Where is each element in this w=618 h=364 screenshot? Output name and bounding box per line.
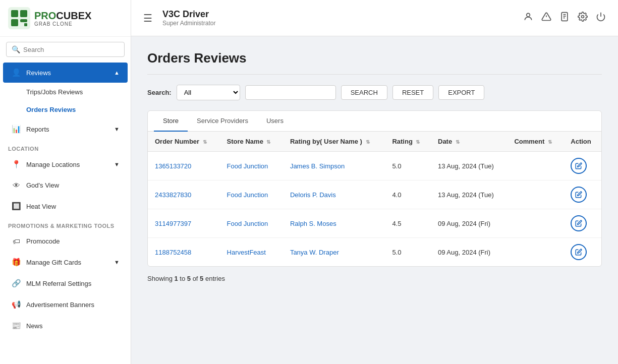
cell-rating-2: 4.5 xyxy=(385,209,431,238)
heat-view-icon: 🔲 xyxy=(11,202,21,211)
cell-action-1 xyxy=(564,180,601,209)
cell-store-name-0: Food Junction xyxy=(220,152,283,180)
settings-icon[interactable] xyxy=(578,12,588,24)
sidebar-item-label-locations: Manage Locations xyxy=(26,161,80,168)
edit-button-2[interactable] xyxy=(571,215,587,231)
store-link-3[interactable]: HarvestFeast xyxy=(227,249,266,256)
sidebar-item-reports[interactable]: 📊 Reports ▼ xyxy=(3,119,128,139)
sort-icon-store[interactable]: ⇅ xyxy=(266,139,270,145)
sidebar-item-label-news: News xyxy=(26,322,43,330)
pagination-info: Showing 1 to 5 of 5 entries xyxy=(147,275,602,282)
svg-point-6 xyxy=(527,13,530,17)
cell-date-3: 09 Aug, 2024 (Fri) xyxy=(431,238,507,267)
sidebar-item-news[interactable]: 📰 News xyxy=(3,316,128,336)
sidebar-item-heat-view[interactable]: 🔲 Heat View xyxy=(3,196,128,216)
sidebar-item-gods-view[interactable]: 👁 God's View xyxy=(3,175,128,195)
store-link-2[interactable]: Food Junction xyxy=(227,220,268,227)
content-area: Orders Reviews Search: All Order Number … xyxy=(131,36,618,364)
sidebar-subitem-label-orders: Orders Reviews xyxy=(26,106,76,113)
reset-button[interactable]: RESET xyxy=(392,85,433,100)
search-button[interactable]: SEARCH xyxy=(341,85,387,100)
location-section-label: LOCATION xyxy=(0,140,131,154)
sidebar-item-label-heat-view: Heat View xyxy=(26,203,56,210)
sidebar-item-label-reviews: Reviews xyxy=(26,69,51,77)
sidebar-item-mlm-referral[interactable]: 🔗 MLM Referral Settings xyxy=(3,273,128,293)
sidebar-item-promocode[interactable]: 🏷 Promocode xyxy=(3,231,128,251)
sort-icon-comment[interactable]: ⇅ xyxy=(548,139,552,145)
sidebar-item-manage-locations[interactable]: 📍 Manage Locations ▼ xyxy=(3,154,128,174)
cell-date-0: 13 Aug, 2024 (Tue) xyxy=(431,152,507,180)
user-link-3[interactable]: Tanya W. Draper xyxy=(290,249,339,256)
gods-view-icon: 👁 xyxy=(11,181,21,190)
sort-icon-rating[interactable]: ⇅ xyxy=(416,139,420,145)
search-bar: Search: All Order Number Store Name User… xyxy=(147,85,602,100)
sidebar-search-container[interactable]: 🔍 xyxy=(6,42,125,57)
svg-rect-2 xyxy=(20,10,27,17)
tab-service-providers[interactable]: Service Providers xyxy=(188,111,257,132)
order-link-3[interactable]: 1188752458 xyxy=(155,249,191,256)
svg-rect-1 xyxy=(11,10,18,17)
order-link-0[interactable]: 1365133720 xyxy=(155,162,191,170)
pagination-to: 5 xyxy=(187,275,191,282)
reviews-table: Order Number ⇅ Store Name ⇅ Rating by( U… xyxy=(148,132,601,266)
reports-icon: 📊 xyxy=(11,125,21,134)
sort-icon-date[interactable]: ⇅ xyxy=(456,139,460,145)
cell-comment-2 xyxy=(507,209,564,238)
order-link-2[interactable]: 3114977397 xyxy=(155,220,191,227)
sidebar-subitem-trips-reviews[interactable]: Trips/Jobs Reviews xyxy=(3,84,128,100)
sidebar-item-label-ad: Advertisement Banners xyxy=(26,301,94,309)
cell-date-2: 09 Aug, 2024 (Fri) xyxy=(431,209,507,238)
table-head: Order Number ⇅ Store Name ⇅ Rating by( U… xyxy=(148,132,601,152)
document-icon[interactable] xyxy=(559,12,570,24)
sidebar-item-label-gift-cards: Manage Gift Cards xyxy=(26,259,81,266)
user-icon[interactable] xyxy=(523,12,533,24)
user-link-2[interactable]: Ralph S. Moses xyxy=(290,220,336,227)
store-link-1[interactable]: Food Junction xyxy=(227,191,268,199)
export-button[interactable]: EXPORT xyxy=(438,85,484,100)
app-name: V3C Driver xyxy=(162,9,517,20)
col-action: Action xyxy=(564,132,601,152)
power-icon[interactable] xyxy=(596,12,606,24)
cell-rating-by-0: James B. Simpson xyxy=(283,152,385,180)
user-link-0[interactable]: James B. Simpson xyxy=(290,162,345,170)
user-link-1[interactable]: Deloris P. Davis xyxy=(290,191,336,199)
col-order-number: Order Number ⇅ xyxy=(148,132,220,152)
sidebar-item-advertisement[interactable]: 📢 Advertisement Banners xyxy=(3,294,128,315)
tab-store[interactable]: Store xyxy=(154,111,188,132)
table-row: 1188752458 HarvestFeast Tanya W. Draper … xyxy=(148,238,601,267)
mlm-icon: 🔗 xyxy=(11,279,21,288)
tabs-container: Store Service Providers Users xyxy=(148,111,601,132)
edit-button-3[interactable] xyxy=(571,244,587,260)
cell-rating-by-1: Deloris P. Davis xyxy=(283,180,385,209)
cell-comment-1 xyxy=(507,180,564,209)
alert-icon[interactable] xyxy=(541,12,551,24)
cell-store-name-2: Food Junction xyxy=(220,209,283,238)
gift-cards-icon: 🎁 xyxy=(11,258,21,267)
cell-action-0 xyxy=(564,152,601,180)
sort-icon-order[interactable]: ⇅ xyxy=(203,139,207,145)
pagination-from: 1 xyxy=(174,275,178,282)
hamburger-button[interactable]: ☰ xyxy=(143,12,152,24)
reviews-icon: 👤 xyxy=(11,68,21,77)
order-link-1[interactable]: 2433827830 xyxy=(155,191,191,199)
search-text-input[interactable] xyxy=(245,85,336,100)
col-rating-by: Rating by( User Name ) ⇅ xyxy=(283,132,385,152)
edit-button-1[interactable] xyxy=(571,187,587,203)
sidebar: PROCUBEX GRAB CLONE 🔍 👤 Reviews ▲ Trips/… xyxy=(0,0,131,364)
sidebar-item-reviews[interactable]: 👤 Reviews ▲ xyxy=(3,63,128,83)
col-store-name: Store Name ⇅ xyxy=(220,132,283,152)
sort-icon-rating-by[interactable]: ⇅ xyxy=(366,139,370,145)
edit-button-0[interactable] xyxy=(571,158,587,174)
search-input[interactable] xyxy=(23,46,119,53)
sidebar-subitem-orders-reviews[interactable]: Orders Reviews xyxy=(3,101,128,118)
search-filter-select[interactable]: All Order Number Store Name User Name xyxy=(177,85,240,100)
chevron-down-icon: ▼ xyxy=(114,126,120,132)
store-link-0[interactable]: Food Junction xyxy=(227,162,268,170)
cell-date-1: 13 Aug, 2024 (Tue) xyxy=(431,180,507,209)
sidebar-item-manage-gift-cards[interactable]: 🎁 Manage Gift Cards ▼ xyxy=(3,252,128,272)
logo-area: PROCUBEX GRAB CLONE xyxy=(0,0,131,37)
tab-users[interactable]: Users xyxy=(257,111,293,132)
cell-order-number-1: 2433827830 xyxy=(148,180,220,209)
chevron-down-icon-gifts: ▼ xyxy=(114,259,120,265)
logo-text: PROCUBEX GRAB CLONE xyxy=(34,10,91,27)
